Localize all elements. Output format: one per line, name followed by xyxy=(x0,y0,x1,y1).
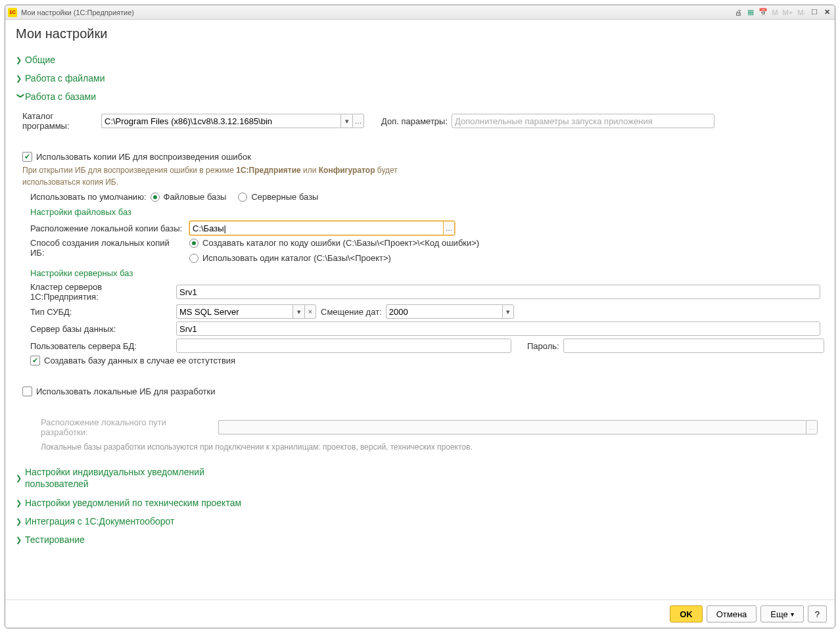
date-offset-combo: ▾ xyxy=(386,304,502,319)
section-testing-label: Тестирование xyxy=(25,534,85,545)
use-copies-checkbox[interactable] xyxy=(22,152,32,162)
content-area: Мои настройки ❯ Общие ❯ Работа с файлами… xyxy=(5,20,835,599)
more-button[interactable]: Еще ▾ xyxy=(760,605,803,622)
radio-file-bases[interactable] xyxy=(151,193,160,202)
radio-by-error-code[interactable] xyxy=(189,239,198,248)
local-copy-combo: … xyxy=(189,221,455,235)
radio-server-label: Серверные базы xyxy=(251,192,318,202)
section-notif-tech[interactable]: ❯ Настройки уведомлений по техническим п… xyxy=(16,494,824,512)
db-pass-input[interactable] xyxy=(563,339,824,353)
server-bases-subtitle: Настройки серверных баз xyxy=(22,268,824,278)
table-icon[interactable]: ▦ xyxy=(745,7,756,18)
chevron-down-icon: ▾ xyxy=(791,611,794,618)
radio-file-label: Файловые базы xyxy=(164,192,227,202)
chevron-right-icon: ❯ xyxy=(16,74,25,83)
titlebar-actions: 🖨 ▦ 📅 M M+ M- ☐ ✕ xyxy=(733,7,832,18)
maximize-icon[interactable]: ☐ xyxy=(809,7,820,18)
date-offset-input[interactable] xyxy=(386,304,502,319)
cluster-input[interactable] xyxy=(176,285,820,299)
help-button[interactable]: ? xyxy=(808,605,827,622)
settings-window: 1C Мои настройки (1С:Предприятие) 🖨 ▦ 📅 … xyxy=(5,5,835,628)
titlebar: 1C Мои настройки (1С:Предприятие) 🖨 ▦ 📅 … xyxy=(5,5,835,20)
local-copy-input[interactable] xyxy=(189,221,443,235)
program-dir-dropdown-button[interactable]: ▾ xyxy=(340,114,352,128)
section-notif-users-label: Настройки индивидуальных уведомлений пол… xyxy=(25,466,235,490)
dbms-input[interactable] xyxy=(176,304,292,319)
more-button-label: Еще xyxy=(770,609,787,619)
cluster-label: Кластер серверов 1С:Предприятия: xyxy=(30,282,172,302)
dbms-label: Тип СУБД: xyxy=(30,307,172,317)
section-files-label: Работа с файлами xyxy=(25,73,105,83)
dev-path-browse-button: … xyxy=(806,420,818,434)
dev-path-label: Расположение локального пути разработки: xyxy=(41,417,214,437)
radio-single-dir-label: Использовать один каталог (С:\Базы\<Прое… xyxy=(202,253,391,263)
dev-path-combo: … xyxy=(218,420,818,434)
section-bases[interactable]: ❯ Работа с базами xyxy=(16,87,824,106)
section-bases-label: Работа с базами xyxy=(25,91,96,102)
extra-params-label: Доп. параметры: xyxy=(381,116,448,126)
dev-path-input xyxy=(218,420,806,434)
chevron-right-icon: ❯ xyxy=(16,536,25,544)
program-dir-label: Каталог программы: xyxy=(22,111,97,131)
memory-mminus-button[interactable]: M- xyxy=(796,9,807,16)
chevron-right-icon: ❯ xyxy=(16,517,25,526)
close-icon[interactable]: ✕ xyxy=(822,7,832,18)
radio-single-dir[interactable] xyxy=(189,254,198,263)
memory-m-button[interactable]: M xyxy=(770,9,779,16)
date-offset-dropdown-button[interactable]: ▾ xyxy=(502,304,514,319)
db-user-label: Пользователь сервера БД: xyxy=(30,341,172,351)
create-db-checkbox[interactable] xyxy=(30,356,40,365)
section-general-label: Общие xyxy=(25,55,55,65)
dialog-footer: OK Отмена Еще ▾ ? xyxy=(5,599,835,628)
section-files[interactable]: ❯ Работа с файлами xyxy=(16,69,824,87)
dbms-clear-button[interactable]: × xyxy=(304,304,316,319)
chevron-right-icon: ❯ xyxy=(16,499,25,507)
page-title: Мои настройки xyxy=(16,26,824,41)
print-icon[interactable]: 🖨 xyxy=(733,7,743,18)
chevron-right-icon: ❯ xyxy=(16,474,25,482)
program-dir-input[interactable] xyxy=(101,114,340,128)
dev-hint: Локальные базы разработки используются п… xyxy=(22,441,509,453)
db-server-label: Сервер базы данных: xyxy=(30,324,172,334)
app-logo-icon: 1C xyxy=(8,8,17,17)
program-dir-combo: ▾ … xyxy=(101,114,364,128)
section-bases-body: Каталог программы: ▾ … Доп. параметры: И… xyxy=(16,106,824,456)
window-title: Мои настройки (1С:Предприятие) xyxy=(21,9,134,16)
default-mode-label: Использовать по умолчанию: xyxy=(30,192,147,202)
section-integration-label: Интеграция с 1С:Документооборот xyxy=(25,516,175,527)
section-notif-tech-label: Настройки уведомлений по техническим про… xyxy=(25,498,241,508)
file-bases-subtitle: Настройки файловых баз xyxy=(22,207,824,217)
chevron-right-icon: ❯ xyxy=(16,56,25,64)
use-copies-hint: При открытии ИБ для воспроизведения ошиб… xyxy=(22,164,430,188)
use-local-dev-label: Использовать локальные ИБ для разработки xyxy=(36,387,216,396)
section-general[interactable]: ❯ Общие xyxy=(16,51,824,69)
chevron-down-icon: ❯ xyxy=(16,92,25,101)
memory-mplus-button[interactable]: M+ xyxy=(782,9,795,16)
create-mode-label: Способ создания локальных копий ИБ: xyxy=(30,238,185,258)
use-local-dev-checkbox[interactable] xyxy=(22,387,32,396)
section-integration[interactable]: ❯ Интеграция с 1С:Документооборот xyxy=(16,512,824,530)
date-offset-label: Смещение дат: xyxy=(321,307,382,317)
section-notif-users[interactable]: ❯ Настройки индивидуальных уведомлений п… xyxy=(16,462,824,494)
local-copy-browse-button[interactable]: … xyxy=(443,221,455,235)
program-dir-browse-button[interactable]: … xyxy=(352,114,364,128)
db-server-input[interactable] xyxy=(176,321,820,336)
use-copies-label: Использовать копии ИБ для воспроизведени… xyxy=(36,152,251,162)
ok-button[interactable]: OK xyxy=(670,605,703,622)
cancel-button[interactable]: Отмена xyxy=(707,605,757,622)
db-user-input[interactable] xyxy=(176,339,511,353)
create-db-label: Создавать базу данных в случае ее отстут… xyxy=(44,356,235,365)
local-copy-label: Расположение локальной копии базы: xyxy=(30,223,185,233)
section-testing[interactable]: ❯ Тестирование xyxy=(16,530,824,549)
dbms-combo: ▾ × xyxy=(176,304,308,319)
calendar-icon[interactable]: 📅 xyxy=(758,7,768,18)
radio-server-bases[interactable] xyxy=(238,193,247,202)
radio-by-error-code-label: Создавать каталог по коду ошибки (С:\Баз… xyxy=(202,238,479,248)
extra-params-input[interactable] xyxy=(452,114,714,128)
db-pass-label: Пароль: xyxy=(527,341,559,351)
dbms-dropdown-button[interactable]: ▾ xyxy=(292,304,304,319)
